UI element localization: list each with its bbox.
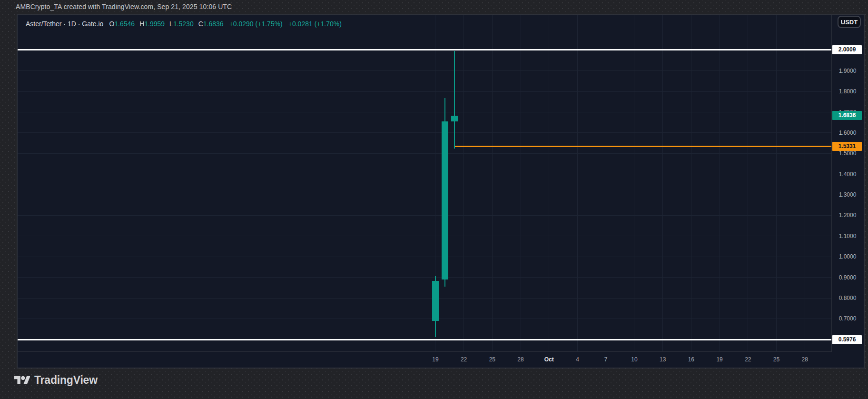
grid-line-vertical bbox=[521, 15, 521, 351]
grid-line-vertical bbox=[662, 15, 663, 351]
grid-line-vertical bbox=[748, 15, 748, 351]
ohlc-item: H1.9959 bbox=[139, 20, 165, 28]
white-level-line bbox=[18, 339, 831, 340]
candle-body bbox=[442, 121, 448, 279]
price-axis[interactable]: 1.90001.80001.70001.60001.50001.40001.30… bbox=[832, 15, 863, 351]
grid-line-vertical bbox=[634, 15, 634, 351]
grid-line-horizontal bbox=[18, 174, 831, 174]
grid-line-vertical bbox=[720, 15, 720, 351]
time-tick-label: 28 bbox=[517, 356, 523, 363]
chart-panel-inner: Aster/Tether · 1D · Gate.io O1.6546H1.99… bbox=[18, 15, 864, 368]
candle-body bbox=[451, 116, 458, 122]
plot-area[interactable] bbox=[18, 15, 832, 352]
time-tick-label: 22 bbox=[745, 356, 751, 363]
time-tick-label: 19 bbox=[716, 356, 722, 363]
grid-line-horizontal bbox=[18, 70, 831, 71]
price-tick-label: 0.7000 bbox=[832, 315, 863, 322]
grid-line-vertical bbox=[805, 15, 805, 351]
grid-line-vertical bbox=[492, 15, 493, 351]
time-tick-label: 28 bbox=[802, 356, 808, 363]
grid-line-vertical bbox=[776, 15, 777, 351]
ohlc-item: L1.5230 bbox=[169, 20, 194, 28]
price-tick-label: 1.2000 bbox=[832, 211, 863, 219]
chart-panel: Aster/Tether · 1D · Gate.io O1.6546H1.99… bbox=[17, 14, 865, 369]
grid-line-horizontal bbox=[18, 298, 831, 299]
grid-line-horizontal bbox=[18, 215, 831, 216]
orange-level-price-label: 1.5331 bbox=[832, 142, 862, 151]
ohlc-item: O1.6546 bbox=[109, 20, 135, 28]
ohlc-values: O1.6546H1.9959L1.5230C1.6836 bbox=[109, 20, 223, 28]
grid-line-vertical bbox=[691, 15, 691, 351]
price-tick-label: 1.1000 bbox=[832, 232, 863, 240]
grid-line-horizontal bbox=[18, 153, 831, 154]
white-level-price-label: 0.5976 bbox=[832, 335, 862, 344]
price-tick-label: 1.9000 bbox=[832, 67, 863, 75]
grid-line-horizontal bbox=[18, 277, 831, 278]
grid-line-vertical bbox=[606, 15, 606, 351]
white-level-line bbox=[18, 49, 831, 50]
grid-line-horizontal bbox=[18, 236, 831, 236]
grid-line-horizontal bbox=[18, 257, 831, 257]
price-tick-label: 1.0000 bbox=[832, 253, 863, 260]
grid-line-horizontal bbox=[18, 112, 831, 112]
orange-level-line bbox=[454, 146, 831, 147]
time-tick-label: 22 bbox=[461, 356, 467, 363]
chart-header: Aster/Tether · 1D · Gate.io O1.6546H1.99… bbox=[26, 20, 342, 28]
time-axis[interactable]: 19222528Oct4710131619222528 bbox=[18, 352, 831, 368]
candle-wick bbox=[454, 51, 455, 149]
grid-line-horizontal bbox=[18, 319, 831, 319]
price-tick-label: 1.6000 bbox=[832, 129, 863, 137]
price-tick-label: 1.8000 bbox=[832, 88, 863, 95]
time-tick-label: 10 bbox=[631, 356, 637, 363]
price-tick-label: 0.9000 bbox=[832, 274, 863, 281]
tradingview-logo[interactable]: TradingView bbox=[14, 374, 98, 387]
candle-body bbox=[432, 281, 439, 321]
tradingview-logo-icon bbox=[14, 374, 30, 387]
grid-line-horizontal bbox=[18, 91, 831, 92]
time-tick-label: Oct bbox=[544, 356, 554, 363]
grid-line-vertical bbox=[577, 15, 578, 351]
symbol-title: Aster/Tether · 1D · Gate.io bbox=[26, 20, 103, 28]
page: AMBCrypto_TA created with TradingView.co… bbox=[0, 0, 868, 399]
ohlc-item: C1.6836 bbox=[198, 20, 224, 28]
grid-line-vertical bbox=[549, 15, 549, 351]
time-tick-label: 7 bbox=[604, 356, 608, 363]
time-tick-label: 19 bbox=[432, 356, 438, 363]
tradingview-logo-text: TradingView bbox=[34, 374, 98, 387]
change-absolute: +0.0290 (+1.75%) bbox=[229, 20, 283, 28]
change-percent: +0.0281 (+1.70%) bbox=[288, 20, 342, 28]
grid-line-horizontal bbox=[18, 195, 831, 195]
time-tick-label: 16 bbox=[688, 356, 694, 363]
attribution-text: AMBCrypto_TA created with TradingView.co… bbox=[16, 3, 232, 10]
time-tick-label: 25 bbox=[773, 356, 779, 363]
time-tick-label: 4 bbox=[576, 356, 579, 363]
time-tick-label: 25 bbox=[489, 356, 495, 363]
price-tick-label: 1.4000 bbox=[832, 170, 863, 178]
currency-toggle-button[interactable]: USDT bbox=[838, 16, 861, 28]
grid-line-horizontal bbox=[18, 132, 831, 133]
price-tick-label: 1.3000 bbox=[832, 191, 863, 199]
white-level-price-label: 2.0009 bbox=[832, 45, 862, 54]
grid-line-vertical bbox=[464, 15, 464, 351]
time-tick-label: 13 bbox=[660, 356, 666, 363]
price-tick-label: 0.8000 bbox=[832, 294, 863, 302]
last-price-label: 1.6836 bbox=[832, 111, 862, 120]
